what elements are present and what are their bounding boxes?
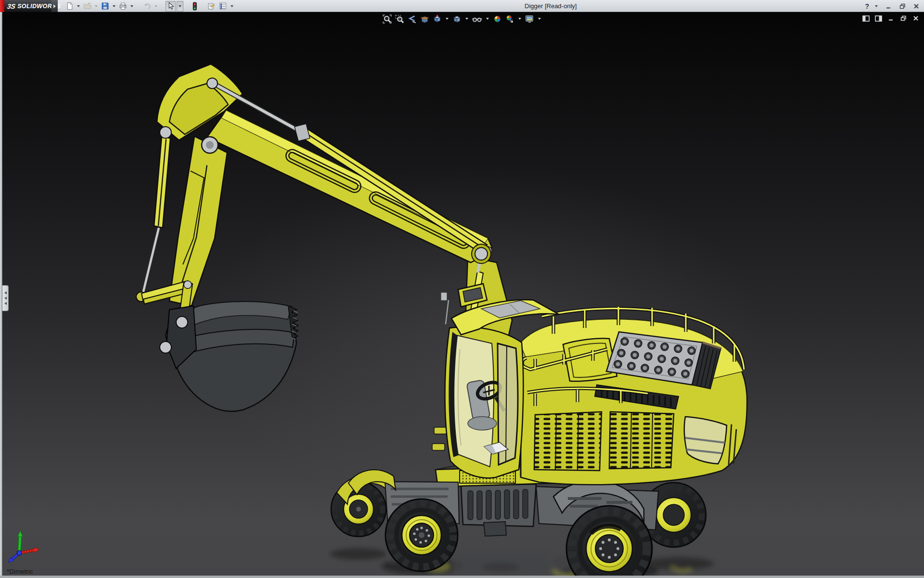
undo-dropdown-caret: [154, 5, 157, 7]
help-button[interactable]: ?: [865, 2, 869, 10]
body-upper[interactable]: [520, 307, 747, 485]
pane-left-toggle[interactable]: [861, 14, 870, 22]
mirror: [441, 292, 447, 301]
previous-view-button[interactable]: [407, 13, 418, 24]
expand-left-arrow-icon: [4, 302, 7, 305]
apply-scene-icon: [505, 14, 514, 24]
hide-show-items-caret[interactable]: [486, 18, 489, 20]
headsup-view-toolbar: [382, 13, 542, 24]
brand-red-strip: [0, 0, 4, 12]
pane-left-icon: [862, 15, 870, 22]
feature-manager-collapsed-tab[interactable]: [2, 285, 9, 311]
wheel-front-left[interactable]: [385, 499, 458, 571]
view-orientation-icon: [433, 14, 442, 24]
section-view-icon: [420, 14, 429, 24]
print-dropdown-caret[interactable]: [130, 5, 133, 7]
pane-right-toggle[interactable]: [874, 14, 883, 22]
menu-expand-button[interactable]: [51, 0, 58, 12]
titlebar: 3S SOLIDWORKS: [0, 0, 924, 12]
zoom-to-area-icon: [395, 14, 404, 24]
hide-show-items-button[interactable]: [471, 13, 483, 24]
zoom-to-fit-button[interactable]: [382, 13, 393, 24]
select-dropdown-button[interactable]: [177, 1, 183, 12]
edit-appearance-button[interactable]: [492, 13, 503, 24]
new-document-icon: [65, 2, 74, 10]
window-controls: ?: [865, 0, 921, 12]
restore-icon: [899, 3, 906, 9]
print-button[interactable]: [118, 1, 128, 12]
previous-view-icon: [408, 14, 417, 24]
solidworks-logo-mark: 3S: [7, 2, 16, 10]
select-dropdown-caret: [179, 5, 181, 7]
viewport-bottom-edge: [0, 576, 924, 578]
window-title: Digger [Read-only]: [525, 0, 577, 12]
expand-left-arrow-icon: [4, 291, 7, 294]
main-toolbar: [64, 0, 235, 12]
restore-button[interactable]: [898, 1, 907, 11]
document-window-controls: [861, 14, 920, 22]
boom-arm[interactable]: [136, 64, 512, 342]
edit-appearance-icon: [493, 14, 502, 24]
rebuild-traffic-light-icon: [191, 2, 198, 11]
pane-right-icon: [875, 15, 882, 22]
save-button[interactable]: [100, 1, 110, 12]
close-icon: [913, 3, 919, 9]
expand-left-arrow-icon: [4, 297, 7, 300]
file-properties-button[interactable]: [206, 1, 217, 12]
view-settings-caret[interactable]: [538, 18, 541, 20]
file-properties-icon: [207, 2, 216, 10]
solidworks-logo: 3S SOLIDWORKS: [4, 0, 51, 12]
options-button[interactable]: [218, 1, 228, 12]
open-icon: [83, 2, 91, 10]
hide-show-items-icon: [472, 14, 482, 24]
minimize-button[interactable]: [884, 1, 893, 11]
select-button[interactable]: [166, 1, 176, 12]
options-dropdown-caret[interactable]: [231, 5, 233, 7]
view-orientation-button[interactable]: [432, 13, 443, 24]
floor-reflection: [331, 548, 713, 578]
doc-close-button[interactable]: [911, 14, 920, 22]
display-style-button[interactable]: [451, 13, 462, 24]
digger-model[interactable]: [0, 12, 924, 578]
graphics-viewport[interactable]: *Dimetric: [0, 12, 924, 578]
apply-scene-caret[interactable]: [518, 18, 521, 20]
display-style-icon: [452, 14, 462, 24]
open-dropdown-caret: [95, 5, 98, 7]
undo-icon: [142, 2, 151, 10]
options-icon: [218, 2, 227, 10]
close-button[interactable]: [911, 1, 921, 11]
minimize-icon: [886, 3, 891, 9]
section-view-button[interactable]: [419, 13, 430, 24]
doc-close-icon: [913, 15, 919, 21]
bucket[interactable]: [160, 302, 298, 411]
print-icon: [119, 2, 127, 10]
view-settings-icon: [525, 14, 534, 24]
expand-arrow-icon: [53, 4, 56, 8]
doc-minimize-button[interactable]: [886, 14, 895, 22]
save-icon: [101, 2, 109, 10]
undo-button[interactable]: [141, 1, 152, 12]
zoom-to-fit-icon: [383, 14, 392, 24]
help-dropdown-caret[interactable]: [875, 5, 878, 7]
zoom-to-area-button[interactable]: [394, 13, 405, 24]
doc-minimize-icon: [888, 15, 894, 21]
open-button[interactable]: [82, 1, 92, 12]
rebuild-button[interactable]: [190, 1, 199, 12]
doc-restore-icon: [900, 15, 907, 21]
reference-triad: [4, 530, 41, 565]
doc-restore-button[interactable]: [899, 14, 908, 22]
view-orientation-label: *Dimetric: [7, 568, 33, 575]
view-orientation-caret[interactable]: [446, 18, 449, 20]
select-cursor-icon: [167, 2, 175, 10]
view-settings-button[interactable]: [524, 13, 535, 24]
solidworks-window: 3S SOLIDWORKS: [0, 0, 924, 578]
save-dropdown-caret[interactable]: [113, 5, 116, 7]
new-document-button[interactable]: [64, 1, 75, 12]
new-dropdown-caret[interactable]: [77, 5, 80, 7]
apply-scene-button[interactable]: [504, 13, 515, 24]
display-style-caret[interactable]: [465, 18, 468, 20]
